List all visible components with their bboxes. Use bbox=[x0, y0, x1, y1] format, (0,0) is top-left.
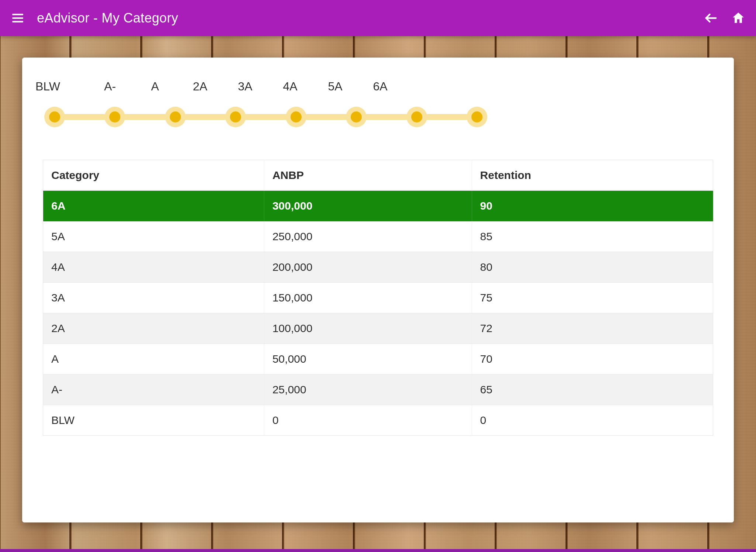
cell-retention: 85 bbox=[472, 221, 713, 252]
table-row[interactable]: A50,00070 bbox=[43, 344, 713, 375]
col-header-anbp: ANBP bbox=[264, 160, 472, 191]
table-row[interactable]: 4A200,00080 bbox=[43, 252, 713, 283]
svg-rect-0 bbox=[12, 14, 23, 15]
cell-anbp: 50,000 bbox=[264, 344, 472, 375]
cell-category: A- bbox=[43, 375, 264, 405]
cell-category: 2A bbox=[43, 313, 264, 344]
stepper-node[interactable] bbox=[406, 107, 427, 127]
stepper-node-inner bbox=[49, 111, 60, 123]
cell-retention: 0 bbox=[472, 405, 713, 436]
cell-anbp: 200,000 bbox=[264, 252, 472, 283]
category-card: BLWA-A2A3A4A5A6A Category ANBP Retention… bbox=[22, 58, 734, 522]
cell-retention: 90 bbox=[472, 191, 713, 221]
cell-category: 4A bbox=[43, 252, 264, 283]
cell-category: 3A bbox=[43, 283, 264, 313]
cell-anbp: 0 bbox=[264, 405, 472, 436]
cell-retention: 65 bbox=[472, 375, 713, 405]
stepper-node-inner bbox=[351, 111, 362, 123]
stepper-node-inner bbox=[411, 111, 422, 123]
stepper-node[interactable] bbox=[104, 107, 125, 127]
col-header-category: Category bbox=[43, 160, 264, 191]
stepper-node[interactable] bbox=[346, 107, 367, 127]
cell-anbp: 25,000 bbox=[264, 375, 472, 405]
stepper-node-inner bbox=[170, 111, 181, 123]
cell-anbp: 250,000 bbox=[264, 221, 472, 252]
stepper-node[interactable] bbox=[467, 107, 487, 127]
cell-retention: 75 bbox=[472, 283, 713, 313]
col-header-retention: Retention bbox=[472, 160, 713, 191]
stepper-node[interactable] bbox=[286, 107, 306, 127]
cell-retention: 80 bbox=[472, 252, 713, 283]
table-row[interactable]: BLW00 bbox=[43, 405, 713, 436]
table-header-row: Category ANBP Retention bbox=[43, 160, 713, 191]
cell-retention: 70 bbox=[472, 344, 713, 375]
svg-rect-2 bbox=[12, 21, 23, 23]
stepper-node[interactable] bbox=[225, 107, 246, 127]
stepper-label: 6A bbox=[351, 80, 410, 93]
cell-anbp: 150,000 bbox=[264, 283, 472, 313]
table-row[interactable]: 5A250,00085 bbox=[43, 221, 713, 252]
cell-retention: 72 bbox=[472, 313, 713, 344]
back-icon[interactable] bbox=[704, 11, 718, 25]
category-stepper: BLWA-A2A3A4A5A6A bbox=[44, 80, 487, 130]
stepper-node-inner bbox=[230, 111, 241, 123]
stepper-node[interactable] bbox=[44, 107, 65, 127]
table-row[interactable]: 3A150,00075 bbox=[43, 283, 713, 313]
appbar: eAdvisor - My Category bbox=[0, 0, 756, 36]
cell-anbp: 300,000 bbox=[264, 191, 472, 221]
cell-category: A bbox=[43, 344, 264, 375]
stepper-node-inner bbox=[109, 111, 120, 123]
cell-anbp: 100,000 bbox=[264, 313, 472, 344]
stepper-node-inner bbox=[471, 111, 482, 123]
svg-rect-1 bbox=[12, 17, 23, 19]
cell-category: BLW bbox=[43, 405, 264, 436]
category-table: Category ANBP Retention 6A300,000905A250… bbox=[43, 160, 713, 436]
table-row[interactable]: A-25,00065 bbox=[43, 375, 713, 405]
page-title: eAdvisor - My Category bbox=[37, 10, 178, 26]
cell-category: 5A bbox=[43, 221, 264, 252]
table-row[interactable]: 2A100,00072 bbox=[43, 313, 713, 344]
stepper-node-inner bbox=[291, 111, 302, 123]
menu-icon[interactable] bbox=[10, 11, 25, 25]
home-icon[interactable] bbox=[731, 11, 746, 25]
bottom-bar bbox=[0, 549, 756, 552]
table-row[interactable]: 6A300,00090 bbox=[43, 191, 713, 221]
stepper-node[interactable] bbox=[165, 107, 186, 127]
cell-category: 6A bbox=[43, 191, 264, 221]
